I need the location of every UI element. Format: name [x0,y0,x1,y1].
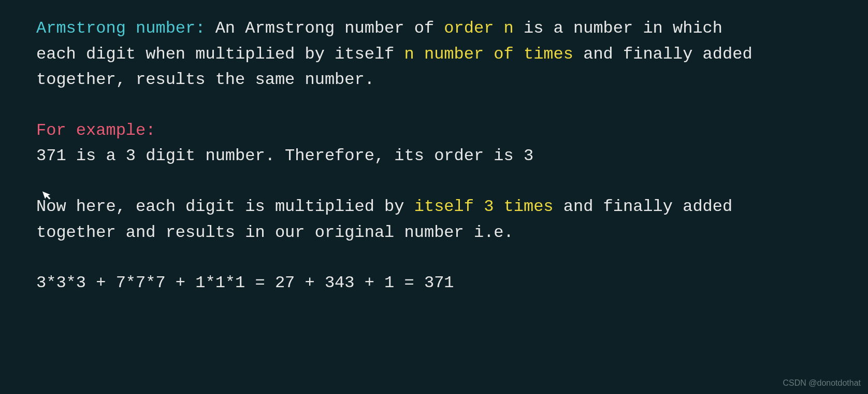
highlight-itself-3-times: itself 3 times [414,197,554,216]
example-text: 371 is a 3 digit number. Therefore, its … [36,146,533,165]
explanation-text-1: Now here, each digit is multiplied by [36,197,414,216]
document-content: Armstrong number: An Armstrong number of… [36,16,761,296]
definition-paragraph: Armstrong number: An Armstrong number of… [36,16,761,93]
watermark-text: CSDN @donotdothat [783,377,861,390]
equation-line: 3*3*3 + 7*7*7 + 1*1*1 = 27 + 343 + 1 = 3… [36,270,761,296]
definition-text-1: An Armstrong number of [205,19,444,38]
highlight-n-times: n number of times [404,45,573,64]
example-paragraph: For example: 371 is a 3 digit number. Th… [36,118,761,169]
example-title: For example: [36,121,155,140]
explanation-paragraph: Now here, each digit is multiplied by it… [36,194,761,245]
term-title: Armstrong number: [36,19,205,38]
highlight-order-n: order n [444,19,513,38]
